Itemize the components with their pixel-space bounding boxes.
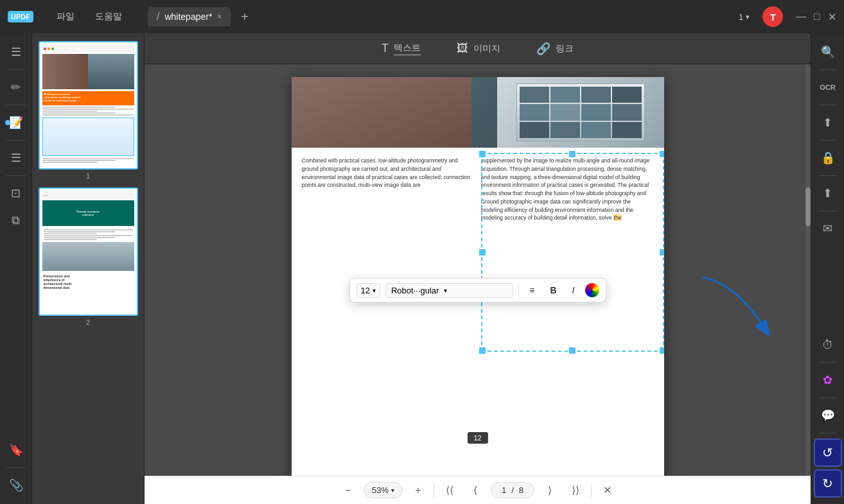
- mail-right-icon[interactable]: ✉: [816, 216, 840, 241]
- active-tab[interactable]: / whitepaper* ×: [148, 7, 231, 26]
- search-right-icon[interactable]: 🔍: [816, 40, 840, 64]
- thumb-img-1[interactable]: Building environmentinformation modeling…: [39, 41, 138, 169]
- clip-icon[interactable]: 📎: [4, 473, 28, 498]
- thumb-page-2[interactable]: • • • Thermal resistancereduction: [37, 187, 139, 326]
- file-menu[interactable]: 파일: [49, 8, 82, 25]
- minimize-btn[interactable]: —: [796, 11, 806, 23]
- pencil-icon[interactable]: ✏: [4, 75, 28, 100]
- font-size-value: 12: [361, 286, 370, 295]
- link-tool-btn[interactable]: 🔗 링크: [518, 37, 592, 61]
- toolbar-sep1: [518, 284, 519, 297]
- zoom-dropdown-icon: ▾: [391, 487, 394, 494]
- next-section-btn[interactable]: ⟩: [540, 480, 560, 501]
- divider5: [6, 467, 26, 468]
- ocr-icon[interactable]: OCR: [816, 75, 840, 100]
- thumb-page-1[interactable]: Building environmentinformation modeling…: [37, 41, 139, 180]
- export-right-icon[interactable]: ⬆: [816, 110, 840, 135]
- active-indicator: [5, 120, 10, 125]
- left-text-col: Combined with practical cases, low-altit…: [302, 157, 475, 226]
- tab-close-btn[interactable]: ×: [217, 12, 222, 21]
- thumb-img-2[interactable]: • • • Thermal resistancereduction: [39, 187, 138, 316]
- redo-btn[interactable]: ↻: [814, 469, 842, 498]
- page-indicator: 1 ▾: [739, 12, 750, 22]
- pages-icon[interactable]: ☰: [4, 40, 28, 64]
- total-pages: 8: [519, 485, 523, 495]
- maximize-btn[interactable]: □: [814, 11, 820, 23]
- bold-btn[interactable]: B: [545, 282, 561, 298]
- new-tab-btn[interactable]: +: [241, 10, 249, 24]
- right-div4: [818, 175, 838, 176]
- font-dropdown-icon: ▾: [444, 287, 447, 294]
- color-picker[interactable]: [585, 283, 599, 297]
- close-nav-btn[interactable]: ✕: [597, 480, 617, 501]
- left-col-paragraph: Combined with practical cases, low-altit…: [302, 157, 475, 189]
- align-btn[interactable]: ≡: [524, 282, 540, 298]
- flower-right-icon[interactable]: ✿: [816, 368, 840, 392]
- nav-sep2: [591, 483, 592, 498]
- pdf-scrollbar[interactable]: [805, 64, 811, 476]
- bottom-nav: − 53% ▾ + ⟨⟨ ⟨ 1 / 8 ⟩: [145, 476, 811, 504]
- link-tool-icon: 🔗: [536, 42, 550, 56]
- right-div2: [818, 105, 838, 105]
- prev-section-icon: ⟨: [473, 484, 477, 496]
- pdf-person-image: [292, 77, 471, 148]
- to-first-icon: ⟨⟨: [446, 484, 453, 496]
- layers-icon[interactable]: ⧉: [4, 208, 28, 232]
- right-text-col: supplemented by the image to realize mul…: [481, 157, 654, 226]
- page-display[interactable]: 1 / 8: [491, 482, 534, 498]
- zoom-in-btn[interactable]: +: [408, 480, 428, 501]
- right-div6: [818, 362, 838, 363]
- font-family-selector[interactable]: Robot···gular ▾: [385, 283, 513, 298]
- text-columns: Combined with practical cases, low-altit…: [302, 157, 654, 226]
- history-right-icon[interactable]: ⏱: [816, 333, 840, 357]
- right-div7: [818, 397, 838, 398]
- zoom-out-btn[interactable]: −: [338, 480, 358, 501]
- window-controls: — □ ✕: [796, 11, 836, 23]
- crop-icon[interactable]: ⊡: [4, 181, 28, 205]
- italic-btn[interactable]: I: [567, 282, 580, 298]
- blue-arrow-annotation: [696, 271, 773, 338]
- comment-right-icon[interactable]: 💬: [816, 403, 840, 428]
- pdf-text-content: Combined with practical cases, low-altit…: [292, 148, 664, 235]
- nav-sep1: [434, 483, 434, 498]
- page-separator: /: [511, 485, 514, 495]
- undo-btn[interactable]: ↺: [814, 439, 842, 467]
- right-col-paragraph: supplemented by the image to realize mul…: [481, 157, 654, 222]
- left-sidebar: ☰ ✏ 📝 ☰ ⊡ ⧉ 🔖 📎: [0, 33, 32, 504]
- zoom-display[interactable]: 53% ▾: [364, 482, 403, 498]
- list-icon[interactable]: ☰: [4, 146, 28, 170]
- bold-label: B: [550, 285, 556, 295]
- handle-bm[interactable]: [569, 347, 576, 354]
- image-tool-btn[interactable]: 🖼 이미지: [439, 37, 518, 60]
- upload-right-icon[interactable]: ⬆: [816, 181, 840, 205]
- highlighted-word: the: [613, 214, 622, 221]
- text-edit-toolbar: 12 ▾ Robot···gular ▾ ≡ B I: [349, 278, 606, 302]
- close-btn[interactable]: ✕: [828, 11, 836, 23]
- font-size-selector[interactable]: 12 ▾: [356, 283, 380, 298]
- tab-icon: /: [157, 11, 159, 22]
- pdf-scroll-thumb[interactable]: [805, 187, 811, 226]
- handle-br[interactable]: [660, 347, 664, 354]
- help-menu[interactable]: 도움말: [87, 8, 130, 25]
- edit-icon[interactable]: 📝: [4, 110, 28, 135]
- handle-mr[interactable]: [660, 249, 664, 256]
- protect-right-icon[interactable]: 🔒: [816, 146, 840, 170]
- text-tool-btn[interactable]: T 텍스트: [364, 37, 439, 60]
- align-icon: ≡: [529, 285, 534, 295]
- to-last-btn[interactable]: ⟩⟩: [565, 480, 586, 501]
- thumb-page-num-1: 1: [86, 172, 90, 180]
- pdf-top-image: [292, 77, 664, 148]
- zoom-level: 53%: [372, 485, 389, 495]
- font-name-value: Robot···gular: [391, 286, 439, 295]
- image-tool-icon: 🖼: [457, 42, 468, 55]
- divider1: [6, 69, 26, 70]
- ocr-label: OCR: [820, 83, 835, 91]
- handle-ml[interactable]: [479, 249, 486, 256]
- tab-title: whitepaper*: [164, 12, 212, 22]
- prev-section-btn[interactable]: ⟨: [465, 480, 486, 501]
- user-avatar[interactable]: T: [762, 6, 783, 27]
- to-first-btn[interactable]: ⟨⟨: [439, 480, 460, 501]
- divider4: [6, 175, 26, 176]
- handle-bl[interactable]: [479, 347, 486, 354]
- bookmark-icon[interactable]: 🔖: [4, 438, 28, 462]
